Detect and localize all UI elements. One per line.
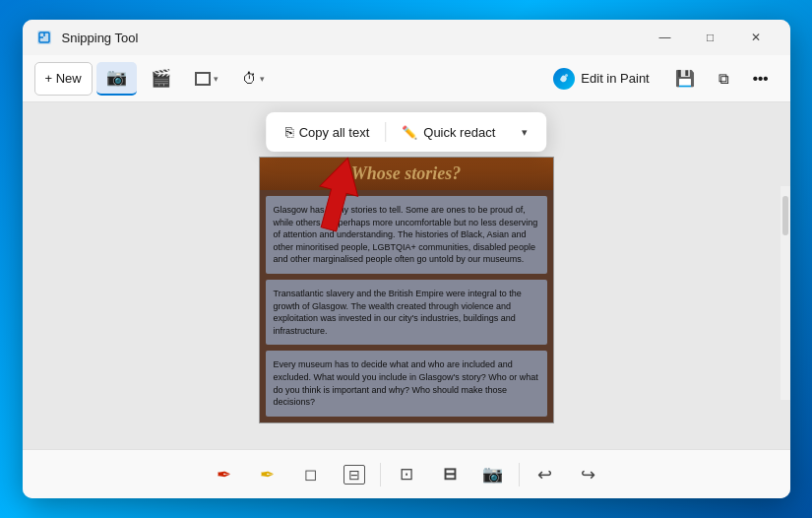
screenshot-paragraph2: Transatlantic slavery and the British Em… <box>266 280 547 345</box>
edit-in-paint-button[interactable]: Edit in Paint <box>541 62 660 96</box>
window-title: Snipping Tool <box>62 31 643 45</box>
scrollbar[interactable] <box>781 186 790 400</box>
more-icon: ••• <box>753 70 769 87</box>
undo-button[interactable]: ↩ <box>528 457 563 492</box>
svg-marker-6 <box>309 153 366 234</box>
ruler-icon: ⊟ <box>344 465 365 485</box>
red-pen-button[interactable]: ✒ <box>207 457 242 492</box>
shape-icon <box>195 72 211 86</box>
dropdown-button[interactable]: ▾ <box>511 118 538 146</box>
redact-icon: ✏️ <box>402 125 417 140</box>
chevron-down-icon: ▾ <box>214 74 219 84</box>
copy-icon: ⧉ <box>718 70 729 88</box>
delay-icon: ⏱ <box>242 70 257 87</box>
screenshot-paragraph3: Every museum has to decide what and who … <box>266 351 547 416</box>
yellow-pen-button[interactable]: ✒ <box>250 457 285 492</box>
screenshot-content: Whose stories? Glasgow has many stories … <box>259 157 554 423</box>
action-divider <box>385 122 386 142</box>
quick-redact-button[interactable]: ✏️ Quick redact <box>390 119 507 146</box>
title-bar: Snipping Tool — □ ✕ <box>23 20 790 55</box>
eraser-button[interactable]: ◻ <box>293 457 329 492</box>
text-icon: ⊟ <box>443 464 457 485</box>
copy-all-text-label: Copy all text <box>299 125 370 140</box>
capture-icon: 📷 <box>482 464 503 485</box>
paint-icon <box>553 68 575 90</box>
camera-icon: 📷 <box>106 67 127 88</box>
new-button[interactable]: + New <box>34 62 93 96</box>
svg-point-4 <box>565 74 568 77</box>
screenshot-header: Whose stories? <box>260 158 553 190</box>
scrollbar-thumb[interactable] <box>782 196 788 235</box>
content-area: ⎘ Copy all text ✏️ Quick redact ▾ <box>23 102 790 449</box>
video-button[interactable]: 🎬 <box>141 62 181 96</box>
more-button[interactable]: ••• <box>743 62 779 96</box>
maximize-button[interactable]: □ <box>688 20 733 55</box>
eraser-icon: ◻ <box>304 465 317 484</box>
crop-icon: ⊡ <box>400 464 413 485</box>
redo-icon: ↪ <box>581 464 595 486</box>
screenshot-title: Whose stories? <box>351 163 462 183</box>
bottom-toolbar: ✒ ✒ ◻ ⊟ ⊡ ⊟ 📷 ↩ ↪ <box>23 449 790 498</box>
red-arrow <box>308 152 367 230</box>
snipping-tool-window: Snipping Tool — □ ✕ + New 📷 🎬 ▾ ⏱ ▾ <box>23 20 790 498</box>
close-button[interactable]: ✕ <box>733 20 779 55</box>
ruler-button[interactable]: ⊟ <box>337 457 372 492</box>
toolbar-right: Edit in Paint 💾 ⧉ ••• <box>541 62 778 96</box>
edit-in-paint-label: Edit in Paint <box>581 71 649 86</box>
copy-text-icon: ⎘ <box>285 124 293 140</box>
main-toolbar: + New 📷 🎬 ▾ ⏱ ▾ <box>23 55 790 102</box>
shape-button[interactable]: ▾ <box>185 62 228 96</box>
quick-redact-label: Quick redact <box>423 125 495 140</box>
minimize-button[interactable]: — <box>643 20 688 55</box>
action-bar: ⎘ Copy all text ✏️ Quick redact ▾ <box>266 112 547 152</box>
video-icon: 🎬 <box>151 68 171 89</box>
text-button[interactable]: ⊟ <box>432 457 468 492</box>
app-icon <box>34 28 54 47</box>
crop-button[interactable]: ⊡ <box>389 457 424 492</box>
screenshot-button[interactable]: 📷 <box>96 62 137 96</box>
copy-button[interactable]: ⧉ <box>709 62 739 96</box>
save-icon: 💾 <box>675 69 695 88</box>
delay-button[interactable]: ⏱ ▾ <box>232 62 275 96</box>
red-pen-icon: ✒ <box>217 464 231 486</box>
window-controls: — □ ✕ <box>643 20 779 55</box>
yellow-pen-icon: ✒ <box>260 464 275 486</box>
bottom-separator-1 <box>380 463 381 486</box>
redo-button[interactable]: ↪ <box>571 457 606 492</box>
screenshot-capture-button[interactable]: 📷 <box>475 457 511 492</box>
copy-all-text-button[interactable]: ⎘ Copy all text <box>274 118 382 146</box>
bottom-separator-2 <box>519 463 520 486</box>
chevron-down-icon2: ▾ <box>260 74 265 84</box>
undo-icon: ↩ <box>537 464 552 486</box>
save-button[interactable]: 💾 <box>665 62 705 96</box>
